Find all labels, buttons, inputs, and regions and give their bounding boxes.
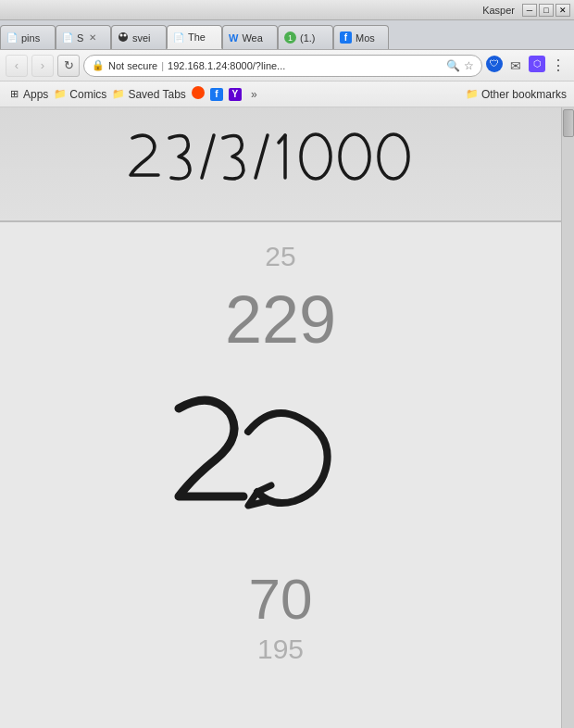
- nav-bar: ‹ › ↻ 🔒 Not secure | 192.168.1.24:8000/?…: [0, 50, 574, 82]
- number-small-bottom: 195: [257, 634, 304, 665]
- bookmark-apps[interactable]: ⊞ Apps: [7, 88, 48, 101]
- number-medium: 70: [249, 566, 313, 632]
- bitwarden-icon[interactable]: 🛡: [486, 56, 503, 72]
- tab-s[interactable]: 📄 S ✕: [56, 25, 111, 49]
- tab-label-pins: pins: [21, 32, 40, 44]
- svg-point-6: [301, 134, 331, 179]
- not-secure-label: Not secure: [108, 60, 157, 71]
- svg-point-1: [120, 33, 123, 36]
- tab-mos[interactable]: f Mos: [333, 25, 389, 49]
- tab-icon-the: 📄: [173, 32, 184, 43]
- apps-grid-icon: ⊞: [7, 88, 20, 101]
- tab-1[interactable]: 1 (1.): [278, 25, 333, 49]
- saved-tabs-folder-icon: 📁: [112, 88, 125, 101]
- handwritten-display: [0, 107, 561, 222]
- reddit-bookmark[interactable]: [192, 86, 205, 102]
- tab-label-mos: Mos: [356, 32, 375, 44]
- handwritten-large-section: [0, 367, 561, 547]
- minimize-button[interactable]: ─: [522, 4, 537, 17]
- number-large: 229: [225, 282, 336, 358]
- svg-point-7: [340, 134, 369, 179]
- tab-label-svei: svei: [132, 32, 151, 44]
- other-bookmarks-folder-icon: 📁: [466, 88, 479, 101]
- svg-line-4: [256, 135, 268, 178]
- other-bookmarks[interactable]: 📁 Other bookmarks: [466, 88, 567, 101]
- bottom-numbers: 70 195: [249, 557, 313, 674]
- bookmark-saved-tabs[interactable]: 📁 Saved Tabs: [112, 88, 186, 101]
- proton-icon[interactable]: ⬡: [529, 56, 545, 72]
- window-controls: ─ □ ✕: [522, 4, 570, 17]
- tabs-bar: 📄 pins 📄 S ✕ svei 📄 The W Wea 1 (1.) f: [0, 20, 574, 50]
- tab-icon-1: 1: [284, 31, 296, 44]
- handwritten-svg: [114, 124, 447, 189]
- browser-window: Kasper ─ □ ✕ 📄 pins 📄 S ✕ svei 📄 The: [0, 0, 574, 728]
- tab-close-s[interactable]: ✕: [89, 32, 96, 43]
- scrollbar[interactable]: [561, 107, 574, 728]
- content-area: 25 229 70: [0, 107, 574, 728]
- bookmarks-more-button[interactable]: »: [247, 88, 261, 101]
- address-separator: |: [161, 60, 164, 71]
- reddit-icon: [192, 86, 205, 99]
- facebook-bookmark[interactable]: f: [210, 87, 223, 101]
- address-text: 192.168.1.24:8000/?line...: [168, 60, 285, 71]
- handwritten-top-number: [114, 124, 447, 204]
- svg-point-2: [124, 33, 127, 36]
- lock-icon: 🔒: [92, 59, 105, 71]
- menu-button[interactable]: ⋮: [548, 56, 568, 76]
- svg-point-8: [379, 134, 408, 179]
- bookmarks-bar: ⊞ Apps 📁 Comics 📁 Saved Tabs f Y » 📁 Oth…: [0, 82, 574, 107]
- reload-icon: ↻: [64, 58, 74, 72]
- tab-label-1: (1.): [300, 32, 316, 44]
- title-bar-label: Kasper: [482, 5, 515, 16]
- title-bar: Kasper ─ □ ✕: [0, 0, 574, 20]
- tab-wea[interactable]: W Wea: [222, 25, 278, 49]
- nav-actions: 🛡 ✉ ⬡ ⋮: [486, 56, 568, 76]
- tab-label-s: S: [77, 32, 83, 44]
- tab-icon-wea: W: [229, 32, 238, 44]
- address-bar[interactable]: 🔒 Not secure | 192.168.1.24:8000/?line..…: [83, 55, 482, 77]
- saved-tabs-label: Saved Tabs: [128, 88, 186, 101]
- close-button[interactable]: ✕: [555, 4, 570, 17]
- star-icon[interactable]: ☆: [464, 59, 474, 72]
- maximize-button[interactable]: □: [539, 4, 554, 17]
- svg-line-3: [202, 135, 214, 178]
- back-icon: ‹: [15, 58, 19, 72]
- mail-icon[interactable]: ✉: [505, 56, 526, 76]
- comics-label: Comics: [69, 88, 106, 101]
- search-icon: 🔍: [446, 59, 460, 72]
- bookmark-comics[interactable]: 📁 Comics: [54, 88, 106, 101]
- comics-folder-icon: 📁: [54, 88, 67, 101]
- tab-icon-mos: f: [340, 31, 352, 44]
- number-small-top: 25: [265, 241, 295, 272]
- scrollbar-thumb[interactable]: [563, 109, 574, 137]
- tab-label-the: The: [188, 31, 206, 43]
- reload-button[interactable]: ↻: [57, 55, 80, 77]
- forward-button[interactable]: ›: [31, 55, 54, 77]
- tab-svei[interactable]: svei: [111, 25, 167, 49]
- tab-the[interactable]: 📄 The: [167, 25, 222, 49]
- page-content: 25 229 70: [0, 107, 561, 728]
- tab-pins[interactable]: 📄 pins: [0, 25, 56, 49]
- tab-icon-s: 📄: [62, 32, 73, 43]
- svg-point-0: [119, 32, 128, 42]
- tab-icon-pins: 📄: [6, 32, 18, 43]
- tab-label-wea: Wea: [242, 32, 262, 44]
- other-bookmarks-label: Other bookmarks: [481, 88, 567, 101]
- forward-icon: ›: [41, 58, 44, 72]
- tab-icon-svei: [118, 31, 129, 44]
- y-bookmark[interactable]: Y: [229, 87, 242, 101]
- handwritten-large-svg: [151, 385, 410, 529]
- apps-label: Apps: [23, 88, 48, 101]
- y-icon: Y: [229, 88, 242, 101]
- numbers-section: 25 229 70: [0, 222, 561, 693]
- back-button[interactable]: ‹: [6, 55, 28, 77]
- facebook-icon: f: [210, 88, 223, 101]
